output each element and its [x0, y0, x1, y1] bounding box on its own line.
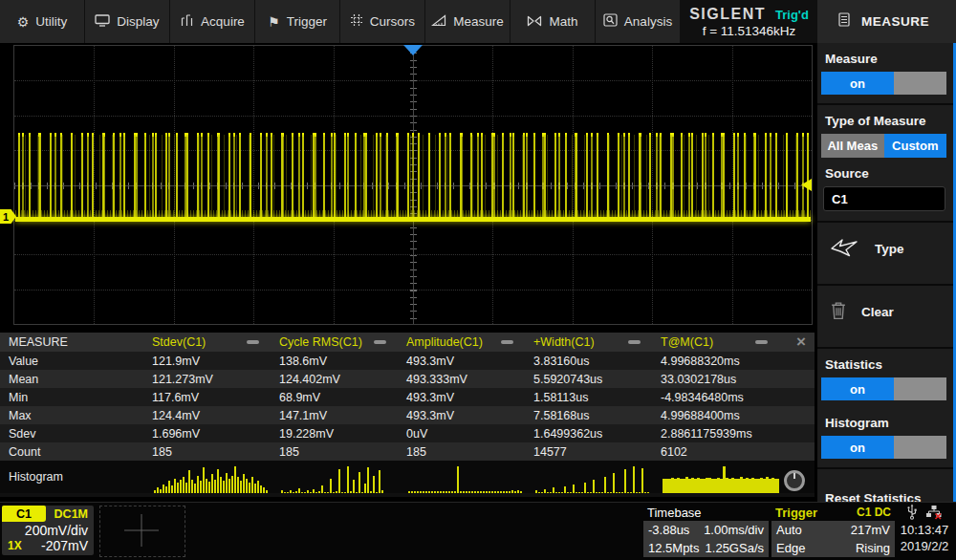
histogram-bar [420, 491, 422, 493]
histogram-toggle-on: on [821, 436, 894, 459]
measurement-value: 493.3mV [398, 355, 525, 368]
menu-math[interactable]: Math [511, 0, 596, 43]
histogram-bar [448, 491, 450, 493]
knob-icon[interactable] [784, 470, 805, 491]
histogram-bar [593, 480, 595, 493]
display-icon [95, 13, 110, 31]
histogram-bar [208, 482, 210, 493]
channel-1-info-box[interactable]: C1 DC1M 200mV/div 1X -207mV [2, 506, 94, 555]
siglent-logo: SIGLENT [689, 6, 766, 23]
histogram-bar [457, 466, 459, 493]
histogram-bar [567, 492, 569, 493]
oscilloscope-screen: ⚙ Utility Display Acquire ⚑ Trigger Curs… [0, 0, 956, 560]
histogram-bar [624, 469, 626, 493]
column-header-tam: T@M(C1) [652, 335, 779, 349]
measurement-value: 5.5920743us [525, 373, 652, 386]
timebase-box[interactable]: Timebase -3.88us 1.00ms/div 12.5Mpts 1.2… [643, 505, 769, 558]
histogram-bar [491, 491, 493, 493]
source-select[interactable]: C1 [823, 186, 945, 211]
histogram-bar [333, 492, 335, 493]
menu-analysis-label: Analysis [624, 14, 672, 29]
histogram-toggle[interactable]: on [821, 436, 946, 459]
histogram-bar [287, 492, 289, 493]
list-icon [838, 12, 850, 31]
clock-time: 10:13:47 [895, 522, 954, 538]
menu-trigger-label: Trigger [287, 14, 327, 29]
measure-toggle-on: on [821, 72, 894, 95]
statistics-label: Statistics [825, 357, 953, 372]
histogram-bar [234, 466, 236, 493]
trigger-box[interactable]: Trigger C1 DC Auto 217mV Edge Rising [771, 505, 895, 558]
close-icon[interactable]: × [796, 334, 806, 351]
measure-toggle[interactable]: on [821, 72, 946, 95]
type-of-measure-label: Type of Measure [825, 114, 953, 128]
histogram-bar [361, 492, 363, 493]
histogram-bar [240, 481, 242, 493]
type-button[interactable]: Type [817, 223, 953, 275]
top-menu-bar: ⚙ Utility Display Acquire ⚑ Trigger Curs… [0, 0, 817, 43]
menu-measure[interactable]: Measure [425, 0, 511, 43]
brand-block: SIGLENT Trig'd f = 11.51346kHz [681, 0, 817, 43]
menu-measure-label: Measure [453, 14, 504, 29]
trigger-status-badge: Trig'd [775, 8, 809, 22]
minus-icon[interactable] [501, 340, 513, 344]
minus-icon[interactable] [755, 340, 768, 344]
type-button-label: Type [875, 242, 904, 256]
math-icon [527, 13, 542, 31]
histogram-bar [381, 490, 383, 493]
histogram-bar [301, 492, 303, 493]
histogram-bar [434, 491, 436, 493]
histogram-bar [641, 468, 643, 493]
histogram-bar [336, 491, 337, 493]
measurement-value: 121.273mV [143, 373, 271, 386]
trigger-position-marker[interactable] [403, 45, 423, 55]
histogram-bar [228, 479, 230, 493]
waveform-display[interactable]: 1 [0, 43, 817, 330]
menu-display[interactable]: Display [85, 0, 170, 43]
all-meas-button[interactable]: All Meas [821, 134, 884, 158]
histogram-bar [463, 491, 465, 493]
cursors-icon [350, 13, 363, 31]
measure-panel-title: MEASURE [861, 14, 929, 29]
menu-cursors[interactable]: Cursors [340, 0, 425, 43]
menu-acquire[interactable]: Acquire [170, 0, 255, 43]
crosshair-icon [100, 506, 183, 554]
histogram-bar [431, 491, 433, 493]
lan-error-icon [925, 505, 943, 523]
histogram-bar [558, 492, 560, 493]
histogram-bar [226, 473, 228, 493]
custom-button[interactable]: Custom [884, 134, 947, 158]
measurement-table: MEASURE Stdev(C1) Cycle RMS(C1) Amplitud… [0, 333, 815, 497]
timebase-sample-rate: 1.25GSa/s [704, 541, 764, 555]
measurement-value: 1.6499362us [525, 427, 652, 441]
table-row: Value121.9mV138.6mV493.3mV3.83160us4.996… [0, 352, 815, 370]
histogram-bar [417, 491, 419, 493]
histogram-bar [636, 492, 638, 493]
minus-icon[interactable] [374, 340, 386, 344]
histogram-bar [425, 491, 427, 493]
histogram-bar [364, 484, 366, 493]
minus-icon[interactable] [628, 340, 641, 344]
timebase-points: 12.5Mpts [648, 541, 704, 555]
histogram-bar [564, 486, 566, 493]
empty-channel-slot [99, 506, 185, 557]
measurement-value: 185 [398, 445, 525, 459]
trash-icon [830, 301, 847, 324]
row-label: Mean [0, 373, 143, 386]
histogram-bar [443, 491, 445, 493]
statistics-toggle[interactable]: on [821, 377, 946, 400]
channel-1-tab[interactable]: C1 [2, 506, 46, 522]
timebase-title: Timebase [643, 505, 769, 521]
histogram-bar [555, 492, 557, 493]
type-icon [830, 237, 860, 262]
histogram-bar [206, 479, 207, 493]
histogram-bar [373, 476, 375, 493]
cycle-rms-histogram [279, 464, 398, 493]
minus-icon[interactable] [247, 340, 259, 344]
table-row: Sdev1.696mV19.228mV0uV1.6499362us2.88611… [0, 424, 815, 442]
menu-utility[interactable]: ⚙ Utility [0, 0, 85, 43]
menu-analysis[interactable]: Analysis [596, 0, 681, 43]
measurement-value: 4.99688400ms [652, 409, 779, 422]
clear-button[interactable]: Clear [817, 286, 953, 338]
menu-trigger[interactable]: ⚑ Trigger [255, 0, 340, 43]
